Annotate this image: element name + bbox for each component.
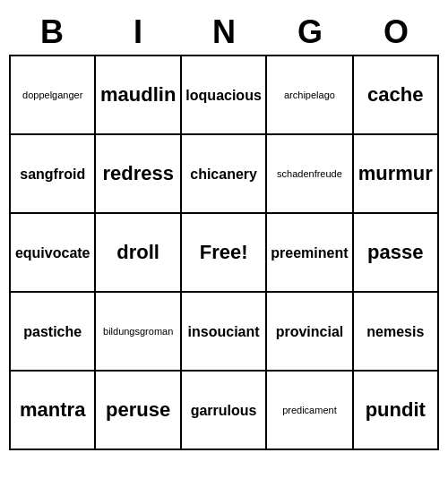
cell-text-1: maudlin <box>100 83 176 107</box>
bingo-cell-4: cache <box>354 56 439 135</box>
cell-text-12: Free! <box>200 241 248 264</box>
header-letter-b: B <box>9 9 95 55</box>
cell-text-24: pundit <box>366 398 426 422</box>
bingo-cell-8: schadenfreude <box>267 135 353 214</box>
cell-text-22: garrulous <box>191 402 257 419</box>
bingo-cell-15: pastiche <box>11 293 96 372</box>
cell-text-2: loquacious <box>185 87 261 104</box>
bingo-cell-13: preeminent <box>267 214 353 293</box>
cell-text-19: nemesis <box>366 323 424 340</box>
cell-text-17: insouciant <box>188 323 260 340</box>
bingo-cell-2: loquacious <box>182 56 267 135</box>
bingo-card: BINGO doppelgangermaudlinloquaciousarchi… <box>9 9 439 450</box>
cell-text-4: cache <box>367 83 423 107</box>
bingo-cell-3: archipelago <box>267 56 353 135</box>
bingo-cell-10: equivocate <box>11 214 96 293</box>
bingo-cell-5: sangfroid <box>11 135 96 214</box>
header-letter-i: I <box>95 9 181 55</box>
cell-text-13: preeminent <box>271 244 348 261</box>
bingo-cell-14: passe <box>354 214 439 293</box>
bingo-cell-20: mantra <box>11 372 96 450</box>
bingo-cell-7: chicanery <box>182 135 267 214</box>
bingo-cell-1: maudlin <box>96 56 181 135</box>
bingo-header: BINGO <box>9 9 439 55</box>
bingo-cell-6: redress <box>96 135 181 214</box>
cell-text-11: droll <box>116 241 159 264</box>
cell-text-3: archipelago <box>284 90 335 101</box>
cell-text-0: doppelganger <box>22 90 82 101</box>
cell-text-7: chicanery <box>190 166 257 183</box>
cell-text-9: murmur <box>358 162 433 185</box>
cell-text-10: equivocate <box>15 244 90 261</box>
bingo-cell-19: nemesis <box>354 293 439 372</box>
bingo-cell-23: predicament <box>267 372 353 450</box>
cell-text-14: passe <box>367 241 423 264</box>
cell-text-20: mantra <box>20 398 85 422</box>
cell-text-18: provincial <box>276 323 344 340</box>
bingo-cell-17: insouciant <box>182 293 267 372</box>
bingo-cell-18: provincial <box>267 293 353 372</box>
bingo-cell-21: peruse <box>96 372 181 450</box>
header-letter-n: N <box>181 9 267 55</box>
bingo-cell-22: garrulous <box>182 372 267 450</box>
bingo-cell-11: droll <box>96 214 181 293</box>
cell-text-5: sangfroid <box>20 166 85 183</box>
bingo-cell-12: Free! <box>182 214 267 293</box>
bingo-cell-0: doppelganger <box>11 56 96 135</box>
bingo-cell-9: murmur <box>354 135 439 214</box>
cell-text-16: bildungsgroman <box>103 326 173 337</box>
bingo-cell-16: bildungsgroman <box>96 293 181 372</box>
cell-text-23: predicament <box>282 405 337 416</box>
cell-text-21: peruse <box>106 398 170 422</box>
cell-text-8: schadenfreude <box>277 168 342 180</box>
cell-text-15: pastiche <box>23 323 82 340</box>
bingo-cell-24: pundit <box>354 372 439 450</box>
bingo-grid: doppelgangermaudlinloquaciousarchipelago… <box>9 55 439 450</box>
header-letter-o: O <box>353 9 439 55</box>
cell-text-6: redress <box>102 162 174 185</box>
header-letter-g: G <box>267 9 353 55</box>
